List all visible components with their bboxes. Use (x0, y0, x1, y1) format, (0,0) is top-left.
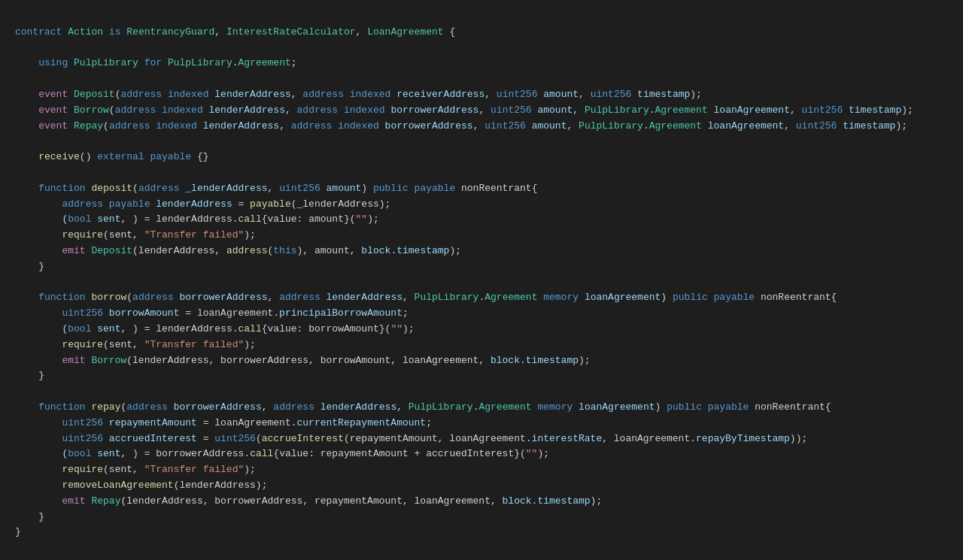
lib-type-1: PulpLibrary (585, 104, 649, 116)
prop-repay-by: repayByTimestamp (696, 433, 790, 444)
kw-this-1: this (273, 245, 296, 256)
kw-address-1: address (120, 89, 162, 100)
agreement-type-4: Agreement (478, 401, 531, 413)
param-borrower-addr-2: borrowerAddress (174, 401, 262, 413)
param-loan-4: loanAgreement (579, 401, 655, 413)
kw-uint-3: uint256 (491, 104, 532, 116)
param-lender-addr-3: lenderAddress (320, 401, 396, 413)
kw-payable-2: payable (415, 183, 456, 194)
event-repay: Repay (74, 120, 103, 132)
fn-call-1: call (238, 213, 262, 225)
kw-uint-7: uint256 (279, 183, 320, 194)
kw-indexed-6: indexed (338, 120, 379, 132)
receive-fn: receive (38, 151, 80, 162)
kw-emit-2: emit (62, 355, 85, 366)
kw-function-2: function (38, 292, 85, 303)
kw-uint-2: uint256 (591, 89, 632, 100)
var-borrow-amount: borrowAmount (109, 307, 180, 319)
lib-type-2: PulpLibrary (579, 120, 643, 132)
kw-memory-1: memory (543, 292, 579, 303)
fn-remove-loan: removeLoanAgreement (62, 480, 173, 491)
param-loan-3: loanAgreement (585, 292, 661, 303)
kw-uint-6: uint256 (796, 120, 837, 132)
kw-address-4: address (297, 104, 339, 116)
fn-repay: repay (91, 401, 120, 413)
param-timestamp-1: timestamp (637, 89, 690, 100)
fn-require-2: require (62, 339, 103, 350)
kw-indexed-2: indexed (350, 89, 391, 100)
kw-event-1: event (38, 89, 68, 100)
fn-require-1: require (62, 229, 103, 241)
base-contract-3: LoanAgreement (367, 26, 443, 38)
kw-public-3: public (667, 401, 702, 413)
prop-interest-rate: interestRate (532, 433, 603, 444)
prop-repayment: currentRepaymentAmount (297, 417, 427, 428)
var-bool-sent-3: bool (68, 448, 91, 459)
fn-accrue: accrueInterest (262, 433, 344, 444)
kw-address-10: address (279, 292, 320, 303)
kw-public-1: public (373, 183, 409, 194)
kw-payable-3: payable (109, 198, 150, 210)
block-timestamp-3: block (503, 495, 532, 507)
fn-borrow: borrow (91, 292, 126, 303)
kw-emit-3: emit (62, 495, 85, 507)
kw-address-5: address (109, 120, 150, 132)
kw-event-3: event (38, 120, 68, 132)
param-timestamp-3: timestamp (843, 120, 895, 132)
param-borrower-1: borrowerAddress (390, 104, 478, 116)
var-accrued: accruedInterest (109, 433, 197, 444)
str-empty-1: "" (356, 213, 368, 225)
kw-address-9: address (132, 292, 174, 303)
code-editor: contract Action is ReentrancyGuard, Inte… (0, 0, 963, 549)
var-repayment: repaymentAmount (109, 417, 197, 428)
event-deposit: Deposit (74, 89, 115, 100)
var-bool-sent-1: bool (68, 213, 91, 225)
lib-type-4: PulpLibrary (409, 401, 473, 413)
kw-address-8: address (62, 198, 103, 210)
kw-payable-4: payable (714, 292, 755, 303)
emit-deposit: Deposit (91, 245, 132, 256)
kw-indexed-1: indexed (168, 89, 209, 100)
param-timestamp-2: timestamp (849, 104, 901, 116)
param-receiver: receiverAddress (396, 89, 485, 100)
kw-for: for (144, 57, 162, 68)
kw-address-2: address (302, 89, 344, 100)
param-lender-1: lenderAddress (214, 89, 290, 100)
fn-require-3: require (62, 464, 103, 475)
str-transfer-failed-1: "Transfer failed" (144, 229, 245, 241)
kw-using: using (38, 57, 68, 68)
emit-repay: Repay (91, 495, 120, 507)
kw-uint-4: uint256 (802, 104, 843, 116)
emit-borrow: Borrow (91, 355, 126, 366)
block-timestamp-1: block (361, 245, 390, 256)
kw-uint-cast: uint256 (214, 433, 256, 444)
block-timestamp-2: block (491, 355, 520, 366)
kw-event-2: event (38, 104, 68, 116)
agreement-type-3: Agreement (485, 292, 537, 303)
str-transfer-failed-2: "Transfer failed" (144, 339, 245, 350)
param-amount-2: amount (537, 104, 573, 116)
kw-indexed-3: indexed (162, 104, 203, 116)
keyword-contract: contract (15, 26, 62, 38)
fn-deposit: deposit (91, 183, 132, 194)
base-contract-2: InterestRateCalculator (226, 26, 356, 38)
kw-address-12: address (273, 401, 314, 413)
param-borrower-2: borrowerAddress (385, 120, 473, 132)
kw-function-1: function (38, 183, 85, 194)
var-bool-sent-2: bool (68, 323, 91, 334)
kw-address-3: address (115, 104, 156, 116)
param-lender-addr: _lenderAddress (185, 183, 267, 194)
kw-uint-8: uint256 (62, 307, 103, 319)
library-agreement: Agreement (238, 57, 291, 68)
agreement-type-1: Agreement (655, 104, 708, 116)
kw-function-3: function (38, 401, 85, 413)
contract-name: Action (68, 26, 103, 38)
kw-address-6: address (291, 120, 333, 132)
param-borrower-addr: borrowerAddress (180, 292, 268, 303)
var-sent-2: sent (97, 323, 120, 334)
prop-timestamp-3: timestamp (537, 495, 590, 507)
kw-external: external (97, 151, 144, 162)
str-empty-2: "" (390, 323, 403, 334)
lib-type-3: PulpLibrary (415, 292, 479, 303)
var-sent-1: sent (97, 213, 120, 225)
